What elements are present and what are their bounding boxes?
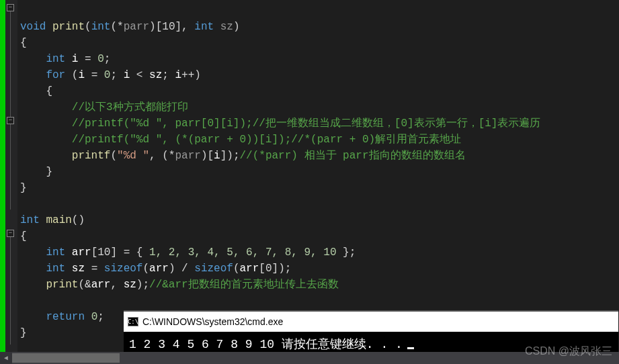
array-dim: [10] <box>156 21 181 33</box>
paren: ( <box>65 69 78 81</box>
comment: //printf("%d ", (*(parr + 0))[i]); <box>72 134 291 146</box>
fold-toggle[interactable]: − <box>7 4 14 11</box>
horizontal-scrollbar[interactable]: ◄ <box>0 352 619 364</box>
scroll-thumb[interactable] <box>12 353 120 363</box>
comment: //把一维数组当成二维数组，[0]表示第一行，[i]表示遍历 <box>253 118 541 130</box>
function-call: print <box>46 279 78 291</box>
comment: //printf("%d ", parr[0][i]); <box>72 118 253 130</box>
keyword: int <box>91 21 111 33</box>
comment: //*(parr + 0)解引用首元素地址 <box>291 134 461 146</box>
operator: = { <box>117 246 149 259</box>
punct: }; <box>337 246 356 259</box>
number: 0 <box>97 53 104 65</box>
fold-toggle[interactable]: − <box>7 117 14 124</box>
keyword: return <box>46 311 85 323</box>
function-name: print <box>52 21 85 33</box>
operator: / <box>175 263 194 275</box>
identifier: arr <box>240 263 259 275</box>
identifier: i <box>214 150 220 162</box>
comment: //&arr把数组的首元素地址传上去函数 <box>149 279 339 291</box>
keyword: int <box>46 263 65 275</box>
cmd-icon: C:\ <box>128 317 138 326</box>
identifier: arr <box>72 246 91 259</box>
string: "%d " <box>117 150 149 162</box>
operator: = <box>85 69 104 81</box>
fold-gutter: − − − <box>5 0 17 352</box>
fold-toggle[interactable]: − <box>7 230 14 237</box>
param: parr <box>124 21 149 33</box>
identifier: arr <box>149 263 169 275</box>
punct: ); <box>136 279 149 291</box>
scroll-track[interactable] <box>12 352 619 364</box>
array-dim: [10] <box>91 246 117 259</box>
comment: //以下3种方式都能打印 <box>72 101 188 113</box>
identifier: i <box>124 69 130 81</box>
keyword: void <box>20 21 46 33</box>
number: 0 <box>91 311 98 323</box>
semicolon: ; <box>104 53 111 65</box>
operator: * <box>117 21 124 33</box>
function-name: main <box>46 214 71 226</box>
identifier: parr <box>175 150 200 162</box>
index: [0] <box>259 263 278 275</box>
code-area[interactable]: void print(int(*parr)[10], int sz) { int… <box>17 0 619 352</box>
identifier: arr <box>91 279 111 291</box>
semicolon: ; <box>110 69 123 81</box>
console-cursor <box>407 347 414 349</box>
operator: < <box>130 69 149 81</box>
operator: = <box>78 53 97 65</box>
number-list: 1, 2, 3, 4, 5, 6, 7, 8, 9, 10 <box>149 246 336 259</box>
console-title-text: C:\WINDOWS\system32\cmd.exe <box>142 316 283 327</box>
keyword: sizeof <box>194 263 233 275</box>
comma: , <box>110 279 123 291</box>
identifier: i <box>78 69 85 81</box>
operator: ++ <box>181 69 194 81</box>
identifier: sz <box>72 263 85 275</box>
identifier: sz <box>149 69 162 81</box>
semicolon: ; <box>162 69 175 81</box>
change-marker-bar <box>0 0 5 352</box>
keyword: for <box>46 69 65 81</box>
keyword: sizeof <box>104 263 143 275</box>
operator: & <box>85 279 91 291</box>
keyword: int <box>194 21 214 33</box>
comma: , <box>181 21 194 33</box>
number: 0 <box>104 69 111 81</box>
operator: = <box>85 263 104 275</box>
identifier: i <box>72 53 79 65</box>
scroll-left-button[interactable]: ◄ <box>0 352 12 364</box>
keyword: int <box>20 214 40 226</box>
identifier: i <box>175 69 181 81</box>
code-editor: − − − void print(int(*parr)[10], int sz)… <box>0 0 619 352</box>
function-call: printf <box>72 150 111 162</box>
identifier: sz <box>124 279 136 291</box>
param: sz <box>220 21 233 33</box>
console-titlebar[interactable]: C:\ C:\WINDOWS\system32\cmd.exe <box>124 312 618 332</box>
semicolon: ; <box>97 311 104 323</box>
comment: //(*parr) 相当于 parr指向的数组的数组名 <box>240 150 466 162</box>
keyword: int <box>46 53 65 65</box>
console-text: 1 2 3 4 5 6 7 8 9 10 请按任意键继续. . . <box>129 336 403 352</box>
keyword: int <box>46 246 65 259</box>
